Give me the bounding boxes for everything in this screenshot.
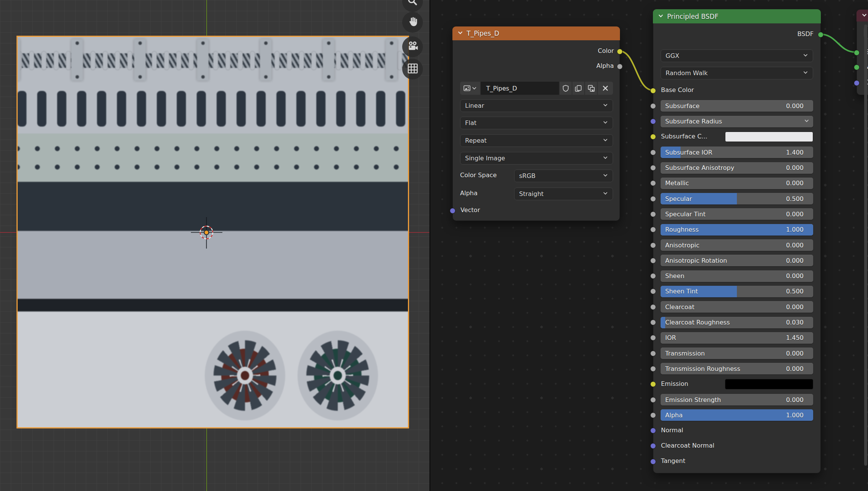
socket-emission-strength[interactable] bbox=[650, 397, 656, 403]
vent-slot bbox=[276, 91, 286, 127]
axis-x-line-left bbox=[0, 232, 17, 233]
input-subsurface-anisotropy-slider[interactable]: Subsurface Anisotropy0.000 bbox=[661, 162, 813, 174]
material-output-node-header[interactable] bbox=[856, 10, 868, 21]
socket-anisotropic-rotation[interactable] bbox=[650, 258, 656, 264]
socket-emission[interactable] bbox=[650, 381, 656, 387]
socket-clearcoat-roughness[interactable] bbox=[650, 320, 656, 325]
socket-alpha[interactable] bbox=[617, 64, 623, 69]
bracket-plate bbox=[197, 39, 209, 81]
vent-slot bbox=[256, 91, 266, 127]
input-roughness-slider[interactable]: Roughness1.000 bbox=[661, 224, 813, 236]
input-metallic-slider[interactable]: Metallic0.000 bbox=[661, 178, 813, 189]
socket-specular-tint[interactable] bbox=[650, 211, 656, 217]
socket-subsurface-c[interactable] bbox=[650, 134, 656, 140]
socket-transmission[interactable] bbox=[650, 351, 656, 356]
menu-linear[interactable]: Linear bbox=[460, 99, 613, 112]
gizmo-grid-button[interactable] bbox=[402, 59, 423, 79]
rivet-dot bbox=[75, 146, 80, 151]
hose-fitting bbox=[103, 51, 108, 70]
input-subsurface-ior-slider[interactable]: Subsurface IOR1.400 bbox=[661, 147, 813, 158]
menu-flat[interactable]: Flat bbox=[460, 117, 613, 129]
slider-value: 0.000 bbox=[786, 396, 804, 404]
slider-label: Emission Strength bbox=[665, 396, 721, 404]
socket-normal[interactable] bbox=[650, 428, 656, 433]
image-unlink-button[interactable] bbox=[598, 82, 613, 95]
color-swatch-subsurface-c[interactable] bbox=[725, 132, 813, 142]
rivet-dot bbox=[55, 146, 60, 151]
socket-sheen-tint[interactable] bbox=[650, 288, 656, 294]
input-clearcoat-roughness-slider[interactable]: Clearcoat Roughness0.030 bbox=[661, 317, 813, 328]
socket-v[interactable] bbox=[854, 64, 860, 70]
input-subsurface-radius-dropdown[interactable]: Subsurface Radius bbox=[661, 116, 813, 127]
socket-anisotropic[interactable] bbox=[650, 242, 656, 248]
hose-fitting bbox=[225, 51, 230, 70]
socket-color[interactable] bbox=[617, 49, 623, 54]
input-transmission-roughness-slider[interactable]: Transmission Roughness0.000 bbox=[661, 363, 813, 374]
image-texture-node-header[interactable]: T_Pipes_D bbox=[452, 26, 620, 40]
hose-fitting bbox=[164, 51, 169, 70]
image-pack-button[interactable] bbox=[585, 82, 597, 95]
texture-image-preview[interactable] bbox=[16, 36, 409, 428]
input-anisotropic-rotation-slider[interactable]: Anisotropic Rotation0.000 bbox=[661, 255, 813, 266]
gizmo-pan-button[interactable] bbox=[402, 12, 423, 33]
principled-bsdf-node-header[interactable]: Principled BSDF bbox=[653, 9, 821, 23]
vent-slot bbox=[336, 91, 345, 127]
color-swatch-emission[interactable] bbox=[725, 379, 813, 389]
socket-transmission-roughness[interactable] bbox=[650, 366, 656, 372]
socket-tangent[interactable] bbox=[650, 459, 656, 465]
input-label-emission: Emission bbox=[661, 380, 688, 387]
input-subsurface-slider[interactable]: Subsurface0.000 bbox=[661, 100, 813, 112]
input-anisotropic-slider[interactable]: Anisotropic0.000 bbox=[661, 239, 813, 251]
menu-alpha[interactable]: Straight bbox=[514, 188, 613, 200]
input-sheen-slider[interactable]: Sheen0.000 bbox=[661, 270, 813, 282]
image-name-field[interactable]: T_Pipes_D bbox=[481, 82, 559, 95]
socket-subsurface[interactable] bbox=[650, 103, 656, 109]
gizmo-camera-button[interactable] bbox=[402, 36, 423, 57]
node-editor-scrollbar[interactable] bbox=[864, 25, 867, 466]
menu-repeat[interactable]: Repeat bbox=[460, 134, 613, 147]
socket-sheen[interactable] bbox=[650, 273, 656, 279]
input-sheen-tint-slider[interactable]: Sheen Tint0.500 bbox=[661, 286, 813, 297]
input-specular-slider[interactable]: Specular0.500 bbox=[661, 193, 813, 204]
gizmo-zoom-button[interactable] bbox=[402, 0, 423, 12]
chevron-down-icon[interactable] bbox=[658, 13, 664, 20]
socket-subsurface-anisotropy[interactable] bbox=[650, 165, 656, 171]
image-editor-pane[interactable] bbox=[0, 0, 429, 491]
menu-single-image[interactable]: Single Image bbox=[460, 152, 613, 165]
socket-alpha[interactable] bbox=[650, 412, 656, 418]
socket-s[interactable] bbox=[854, 50, 860, 56]
input-label-normal: Normal bbox=[661, 427, 683, 434]
chevron-down-icon[interactable] bbox=[457, 30, 463, 37]
socket-clearcoat[interactable] bbox=[650, 304, 656, 310]
menu-color-space[interactable]: sRGB bbox=[514, 170, 613, 182]
socket-roughness[interactable] bbox=[650, 227, 656, 232]
bracket-plate bbox=[134, 39, 146, 81]
menu-ggx[interactable]: GGX bbox=[661, 49, 813, 62]
input-ior-slider[interactable]: IOR1.450 bbox=[661, 332, 813, 344]
socket-ior[interactable] bbox=[650, 335, 656, 341]
socket-metallic[interactable] bbox=[650, 180, 656, 186]
input-transmission-slider[interactable]: Transmission0.000 bbox=[661, 348, 813, 359]
slider-value: 0.000 bbox=[786, 365, 804, 372]
node-principled-bsdf[interactable]: Principled BSDF BSDFGGXRandom WalkBase C… bbox=[653, 9, 821, 473]
socket-subsurface-radius[interactable] bbox=[650, 119, 656, 124]
input-clearcoat-slider[interactable]: Clearcoat0.000 bbox=[661, 301, 813, 313]
input-emission-strength-slider[interactable]: Emission Strength0.000 bbox=[661, 394, 813, 405]
chevron-down-icon bbox=[803, 52, 808, 59]
input-specular-tint-slider[interactable]: Specular Tint0.000 bbox=[661, 208, 813, 220]
socket-vector[interactable] bbox=[450, 208, 455, 214]
shader-node-editor-pane[interactable]: T_Pipes_D ColorAlphaT_Pipes_DLinearFlatR… bbox=[431, 0, 868, 491]
node-image-texture[interactable]: T_Pipes_D ColorAlphaT_Pipes_DLinearFlatR… bbox=[452, 26, 620, 221]
input-alpha-slider[interactable]: Alpha1.000 bbox=[661, 409, 813, 421]
image-copy-button[interactable] bbox=[572, 82, 584, 95]
socket-bsdf[interactable] bbox=[818, 32, 824, 38]
socket-subsurface-ior[interactable] bbox=[650, 150, 656, 155]
socket-specular[interactable] bbox=[650, 196, 656, 202]
image-fake-user-button[interactable] bbox=[560, 82, 572, 95]
socket-d[interactable] bbox=[854, 80, 860, 86]
socket-clearcoat-normal[interactable] bbox=[650, 443, 656, 449]
image-browse-button[interactable] bbox=[460, 82, 480, 95]
menu-random-walk[interactable]: Random Walk bbox=[661, 67, 813, 79]
socket-base-color[interactable] bbox=[650, 88, 656, 94]
chevron-down-icon[interactable] bbox=[861, 12, 867, 20]
